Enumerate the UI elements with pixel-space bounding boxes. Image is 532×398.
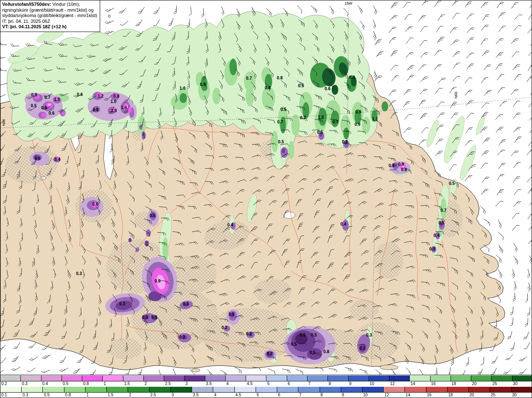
colorbar-segment xyxy=(349,376,369,381)
colorbar-segment xyxy=(42,376,62,381)
colorbar-tick-label: 2.5 xyxy=(164,381,185,387)
colorbar-tick-label: 3.5 xyxy=(205,381,225,387)
colorbar-tick-label: 4.5 xyxy=(246,381,266,387)
colorbar-segment xyxy=(369,376,389,381)
colorbar-tick-label: 4 xyxy=(226,381,246,387)
colorbar-tick-label: 20 xyxy=(471,381,491,387)
colorbar-tick-label: 10 xyxy=(362,393,383,398)
colorbar-segment xyxy=(451,376,471,381)
colorbar-sleet xyxy=(0,376,532,381)
colorbar-tick-label: 3 xyxy=(185,381,205,387)
colorbar-segment xyxy=(426,387,448,392)
graticule-label: N66 xyxy=(454,91,458,98)
colorbar-segment xyxy=(362,387,384,392)
colorbar-tick-label: 2.5 xyxy=(149,393,170,398)
colorbar-segment xyxy=(150,387,171,392)
colorbar-segment xyxy=(86,387,107,392)
colorbar-segment xyxy=(431,376,451,381)
colorbar-segment xyxy=(22,387,43,392)
colorbar-tick-label: 8 xyxy=(328,381,348,387)
colorbar-segment xyxy=(43,387,64,392)
colorbar-segment xyxy=(277,387,298,392)
colorbar-tick-label: 18 xyxy=(451,381,471,387)
colorbar-tick-label: 12 xyxy=(389,381,409,387)
colorbar-tick-label: 5 xyxy=(256,393,277,398)
colorbar-tick-label: 7 xyxy=(298,393,320,398)
colorbar-tick-label: 0.8 xyxy=(64,393,86,398)
colorbar-rain xyxy=(0,387,532,393)
colorbar-segment xyxy=(512,376,532,381)
colorbar-tick-label: 0.8 xyxy=(82,381,103,387)
colorbar-tick-label: 1.5 xyxy=(107,393,128,398)
init-time: IT: þri. 04. 11. 2025 06Z xyxy=(2,19,97,25)
colorbar-rain-ticks: 0.10.30.50.811.522.533.544.5567891012141… xyxy=(0,393,532,398)
colorbar-tick-label: 4 xyxy=(213,393,234,398)
colorbar-sleet-ticks: 0.20.30.40.50.811.522.533.544.5567891012… xyxy=(0,381,532,387)
colorbar-segment xyxy=(308,376,328,381)
colorbar-tick-label: 16 xyxy=(426,393,447,398)
header-line-1: Veðurstofan/IS750dev: Vindur (10m), xyxy=(2,2,97,7)
colorbar-segment xyxy=(328,376,348,381)
colorbar-segment xyxy=(512,387,532,392)
colorbar-segment xyxy=(213,387,234,392)
colorbar-segment xyxy=(492,376,512,381)
colorbar-segment xyxy=(405,387,426,392)
colorbar-tick-label: 6 xyxy=(287,381,307,387)
colorbar-segment xyxy=(185,376,205,381)
colorbar-segment xyxy=(410,376,430,381)
colorbar-tick-label: 2 xyxy=(144,381,164,387)
header-line-3: slydda/snjókoma (grátt/bleikt/grænt - mm… xyxy=(2,13,97,19)
colorbar-segment xyxy=(64,387,86,392)
colorbar-tick-label: 30 xyxy=(511,393,532,398)
weather-map-viewport: 0.70.80.80.91.00.50.60.30.61.20.80.90.71… xyxy=(0,0,532,398)
product-title: Veðurstofan/IS750dev: xyxy=(2,2,51,7)
weather-map xyxy=(0,0,532,376)
colorbar-segment xyxy=(123,376,144,381)
colorbar-tick-label: 30 xyxy=(512,381,532,387)
colorbar-segment xyxy=(256,387,277,392)
colorbar-tick-label: 1 xyxy=(103,381,123,387)
colorbar-tick-label: 12 xyxy=(384,393,405,398)
colorbar-segment xyxy=(320,387,341,392)
colorbar-segment xyxy=(62,376,82,381)
colorbar-segment xyxy=(82,376,103,381)
colorbar-segment xyxy=(164,376,185,381)
header-line-2: rigning/skúrir (grænt/blátt/rautt - mm/1… xyxy=(2,7,97,13)
colorbar-tick-label: 0.2 xyxy=(0,381,21,387)
colorbar-segment xyxy=(171,387,192,392)
colorbar-tick-label: 25 xyxy=(492,381,512,387)
colorbar-segment xyxy=(21,376,41,381)
colorbar-tick-label: 3.5 xyxy=(192,393,213,398)
colorbar-tick-label: 20 xyxy=(468,393,490,398)
colorbar-segment xyxy=(103,376,123,381)
colorbar-tick-label: 18 xyxy=(447,393,468,398)
colorbar-tick-label: 2 xyxy=(128,393,149,398)
colorbar-segment xyxy=(0,387,22,392)
colorbar-tick-label: 0.3 xyxy=(22,393,43,398)
colorbar-segment xyxy=(107,387,128,392)
colorbar-segment xyxy=(266,376,287,381)
colorbar-segment xyxy=(287,376,308,381)
colorbar-tick-label: 3 xyxy=(171,393,192,398)
graticule-label: 15W xyxy=(345,1,352,5)
colorbar-tick-label: 7 xyxy=(308,381,328,387)
colorbar-segment xyxy=(471,376,492,381)
colorbar-tick-label: 0.3 xyxy=(21,381,41,387)
colorbar-segment xyxy=(128,387,149,392)
map-legend-header: Veðurstofan/IS750dev: Vindur (10m), rign… xyxy=(0,0,100,32)
colorbar-segment xyxy=(341,387,362,392)
colorbar-tick-label: 6 xyxy=(277,393,298,398)
colorbar-segment xyxy=(205,376,226,381)
colorbar-segment xyxy=(235,387,256,392)
colorbar-tick-label: 10 xyxy=(369,381,389,387)
colorbar-tick-label: 0.1 xyxy=(0,393,22,398)
colorbar-segment xyxy=(389,376,410,381)
colorbar-segment xyxy=(298,387,320,392)
colorbar-segment xyxy=(144,376,164,381)
colorbar-tick-label: 8 xyxy=(320,393,341,398)
colorbar-segment xyxy=(384,387,405,392)
colorbar-tick-label: 0.4 xyxy=(41,381,62,387)
colorbar-segment xyxy=(226,376,246,381)
valid-time: VT: þri. 04.11.2025 18Z (+12 h) xyxy=(2,24,97,30)
colorbar-tick-label: 9 xyxy=(341,393,362,398)
